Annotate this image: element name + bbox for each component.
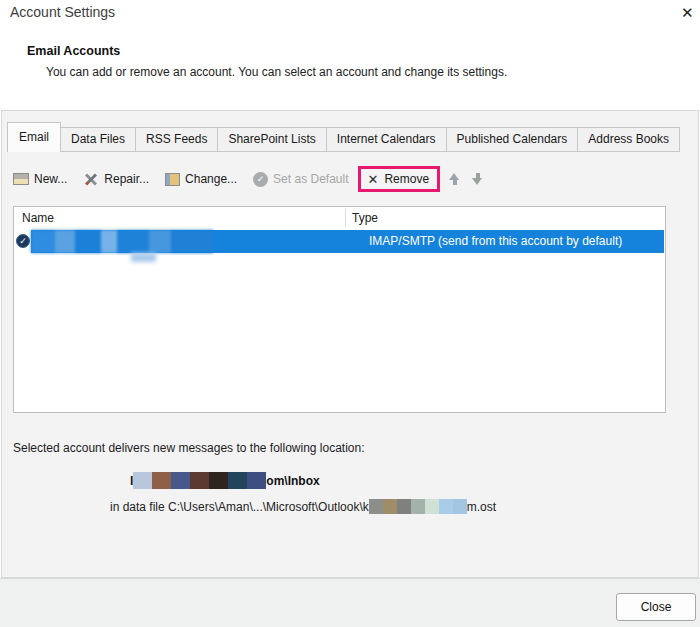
change-notebook-icon [165,173,180,186]
page-title: Email Accounts [27,44,120,58]
delivery-location-text: Selected account delivers new messages t… [13,441,365,455]
data-file-prefix: in data file C:\Users\Aman\...\Microsoft… [110,500,369,514]
selected-row-highlight: IMAP/SMTP (send from this account by def… [31,230,664,253]
column-header-type[interactable]: Type [352,211,378,225]
remove-label: Remove [384,172,429,186]
account-path-suffix: om\Inbox [266,474,319,488]
tab-rss-feeds[interactable]: RSS Feeds [135,127,218,152]
tab-email[interactable]: Email [7,122,61,152]
remove-x-icon: ✕ [367,173,378,186]
account-inbox-path: l om\Inbox [130,472,320,489]
close-button[interactable]: Close [616,593,696,621]
repair-label: Repair... [104,172,149,186]
new-account-button[interactable]: New... [13,172,67,186]
account-type-text: IMAP/SMTP (send from this account by def… [369,234,622,248]
accounts-table: Name Type ✓ IMAP/SMTP (send from this ac… [13,206,666,413]
tab-published-calendars[interactable]: Published Calendars [446,127,579,152]
column-header-name[interactable]: Name [22,211,54,225]
tab-address-books[interactable]: Address Books [577,127,680,152]
new-account-label: New... [34,172,67,186]
tab-bar: Email Data Files RSS Feeds SharePoint Li… [7,121,680,152]
table-row[interactable]: ✓ IMAP/SMTP (send from this account by d… [15,230,664,253]
page-description: You can add or remove an account. You ca… [46,65,507,79]
set-as-default-label: Set as Default [273,172,348,186]
set-as-default-button[interactable]: ✓ Set as Default [253,172,348,187]
new-mail-icon [13,173,29,185]
repair-tools-icon [83,171,99,187]
redaction-overflow [131,253,156,262]
default-account-badge-icon: ✓ [16,234,30,248]
tab-internet-calendars[interactable]: Internet Calendars [326,127,447,152]
column-divider[interactable] [345,209,346,227]
tab-sharepoint-lists[interactable]: SharePoint Lists [217,127,326,152]
account-toolbar: New... Repair... Change... ✓ Set as Defa… [13,160,494,198]
redacted-file-name [369,499,467,514]
dialog-footer [0,578,700,627]
tab-data-files[interactable]: Data Files [60,127,136,152]
redacted-account-name [31,230,213,253]
move-down-button[interactable] [471,172,484,186]
close-icon[interactable]: ✕ [679,2,696,24]
remove-button-highlight[interactable]: ✕ Remove [358,166,440,192]
data-file-suffix: m.ost [467,500,496,514]
redacted-account-address [133,472,266,489]
data-file-path: in data file C:\Users\Aman\...\Microsoft… [110,499,496,514]
default-check-icon: ✓ [253,172,268,187]
change-button[interactable]: Change... [165,172,237,186]
window-title: Account Settings [10,4,115,20]
change-label: Change... [185,172,237,186]
repair-button[interactable]: Repair... [83,171,149,187]
move-up-button[interactable] [448,172,461,186]
